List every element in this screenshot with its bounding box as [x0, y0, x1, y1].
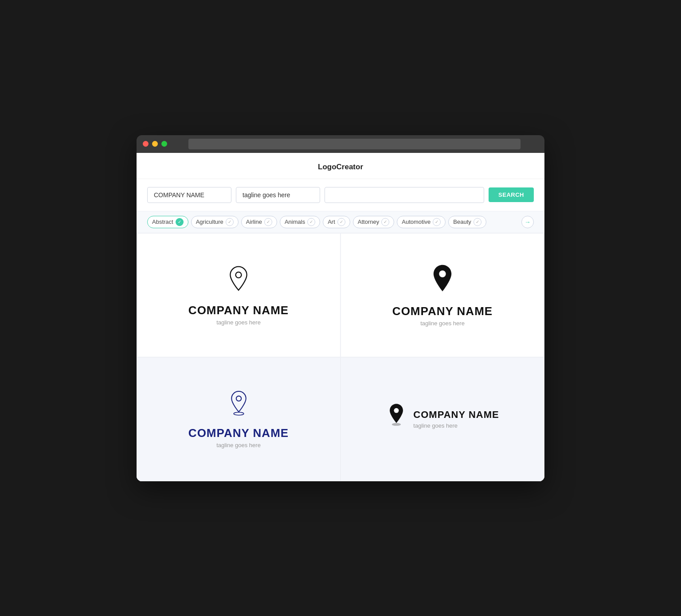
filter-next-arrow[interactable]: → — [521, 216, 534, 228]
filter-label: Attorney — [358, 218, 379, 225]
logo-4-text: COMPANY NAME tagline goes here — [413, 409, 499, 429]
browser-window: LogoCreator SEARCH AbstractAgricultureAi… — [137, 135, 544, 481]
company-name-input[interactable] — [147, 187, 231, 203]
logo-card-4[interactable]: COMPANY NAME tagline goes here — [340, 357, 544, 481]
logo-3-company-name: COMPANY NAME — [188, 426, 289, 440]
app-header: LogoCreator — [137, 153, 544, 179]
logo-2-company-name: COMPANY NAME — [392, 304, 493, 318]
filter-label: Animals — [285, 218, 305, 225]
svg-point-5 — [392, 423, 401, 426]
filter-pill-art[interactable]: Art — [323, 216, 350, 228]
filter-check-icon — [176, 218, 184, 226]
close-button[interactable] — [143, 141, 149, 147]
logo-4-company-name: COMPANY NAME — [413, 409, 499, 421]
logo-card-2[interactable]: COMPANY NAME tagline goes here — [340, 233, 544, 357]
svg-point-2 — [236, 396, 241, 401]
svg-point-3 — [234, 412, 244, 415]
logo-3-tagline: tagline goes here — [216, 442, 261, 448]
search-bar: SEARCH — [137, 179, 544, 211]
filter-pill-abstract[interactable]: Abstract — [147, 216, 188, 228]
filter-check-icon — [337, 218, 345, 226]
app-title: LogoCreator — [318, 163, 363, 171]
filter-pill-airline[interactable]: Airline — [241, 216, 277, 228]
logo-2-tagline: tagline goes here — [420, 320, 465, 327]
filter-pill-animals[interactable]: Animals — [280, 216, 320, 228]
search-button[interactable]: SEARCH — [489, 187, 534, 202]
filter-pill-agriculture[interactable]: Agriculture — [191, 216, 239, 228]
svg-point-0 — [235, 272, 241, 277]
logo-1-company-name: COMPANY NAME — [188, 304, 289, 317]
logo-card-3[interactable]: COMPANY NAME tagline goes here — [137, 357, 340, 481]
filter-label: Beauty — [453, 218, 471, 225]
logo-icon-4 — [386, 403, 407, 429]
filter-label: Automotive — [402, 218, 431, 225]
app-content: LogoCreator SEARCH AbstractAgricultureAi… — [137, 153, 544, 481]
filter-check-icon — [264, 218, 272, 226]
filter-pill-automotive[interactable]: Automotive — [397, 216, 446, 228]
browser-titlebar — [137, 135, 544, 153]
extra-search-input[interactable] — [325, 187, 484, 203]
svg-point-1 — [439, 270, 446, 277]
logo-icon-3 — [227, 390, 251, 420]
svg-point-4 — [394, 408, 399, 413]
filter-label: Abstract — [152, 218, 173, 225]
filter-label: Airline — [246, 218, 262, 225]
filter-pill-attorney[interactable]: Attorney — [353, 216, 394, 228]
filter-check-icon — [307, 218, 315, 226]
tagline-input[interactable] — [236, 187, 320, 203]
logo-4-tagline: tagline goes here — [413, 422, 499, 429]
logo-4-inline: COMPANY NAME tagline goes here — [386, 403, 499, 435]
filter-check-icon — [474, 218, 481, 226]
filter-check-icon — [433, 218, 441, 226]
logo-card-1[interactable]: COMPANY NAME tagline goes here — [137, 233, 340, 357]
filter-label: Agriculture — [196, 218, 223, 225]
filter-check-icon — [226, 218, 234, 226]
filter-label: Art — [328, 218, 335, 225]
filter-bar: AbstractAgricultureAirlineAnimalsArtAtto… — [137, 211, 544, 233]
logo-icon-1 — [225, 265, 252, 297]
filter-check-icon — [381, 218, 389, 226]
maximize-button[interactable] — [161, 141, 167, 147]
logo-icon-2 — [429, 263, 456, 298]
logo-grid: COMPANY NAME tagline goes here COMPANY N… — [137, 233, 544, 481]
url-bar[interactable] — [188, 139, 521, 149]
minimize-button[interactable] — [152, 141, 158, 147]
logo-1-tagline: tagline goes here — [216, 319, 261, 326]
filter-pill-beauty[interactable]: Beauty — [448, 216, 486, 228]
